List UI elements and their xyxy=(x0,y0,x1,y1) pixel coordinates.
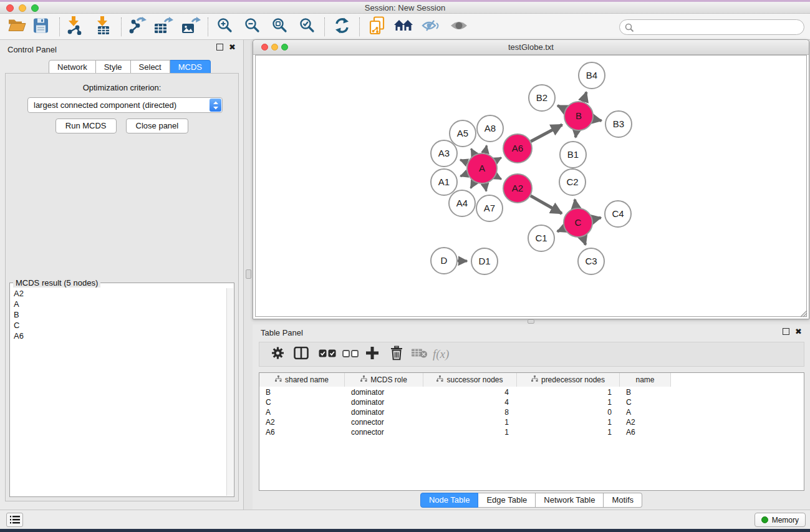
table-cell[interactable]: dominator xyxy=(345,387,423,397)
zoom-in-icon[interactable] xyxy=(217,17,233,36)
table-cell[interactable]: 4 xyxy=(423,387,517,397)
zoom-out-icon[interactable] xyxy=(244,17,261,36)
close-panel-button[interactable]: Close panel xyxy=(126,118,189,133)
graph-node-A1[interactable]: A1 xyxy=(431,169,457,195)
edge-C-C4[interactable] xyxy=(592,218,600,220)
split-divider-handle[interactable] xyxy=(246,269,251,279)
table-cell[interactable]: 1 xyxy=(423,417,517,427)
table-cell[interactable]: 4 xyxy=(423,397,517,407)
clone-network-icon[interactable] xyxy=(369,16,385,37)
criterion-dropdown[interactable]: largest connected component (directed) xyxy=(27,97,223,113)
table-row[interactable]: Bdominator41B xyxy=(259,387,804,397)
result-item[interactable]: A6 xyxy=(11,331,226,341)
table-cell[interactable]: A xyxy=(259,407,345,417)
table-row[interactable]: A6connector11A6 xyxy=(259,427,804,437)
zoom-fit-icon[interactable] xyxy=(272,17,288,36)
export-image-icon[interactable] xyxy=(181,16,201,37)
edge-A-A8[interactable] xyxy=(485,145,486,153)
graph-node-A[interactable]: A xyxy=(467,153,497,183)
result-item[interactable]: A2 xyxy=(11,288,226,299)
graph-node-D1[interactable]: D1 xyxy=(471,248,498,274)
select-all-icon[interactable] xyxy=(319,349,336,360)
table-cell[interactable]: A2 xyxy=(620,417,671,427)
table-settings-icon[interactable] xyxy=(271,346,285,363)
table-cell[interactable]: B xyxy=(620,387,671,397)
table-cell[interactable]: 1 xyxy=(517,427,620,437)
graph-node-B4[interactable]: B4 xyxy=(579,62,605,89)
edge-B-B2[interactable] xyxy=(557,105,565,109)
table-cell[interactable]: 1 xyxy=(517,397,620,407)
table-cell[interactable]: 1 xyxy=(423,427,517,437)
table-cell[interactable]: dominator xyxy=(345,407,423,417)
horizontal-split-handle[interactable] xyxy=(528,319,534,324)
import-network-icon[interactable] xyxy=(66,16,84,37)
column-header-shared-name[interactable]: shared name xyxy=(259,373,345,387)
graph-node-A2[interactable]: A2 xyxy=(503,174,532,203)
tab-node-table[interactable]: Node Table xyxy=(420,493,479,508)
network-window-titlebar[interactable]: testGlobe.txt xyxy=(253,40,809,55)
run-mcds-button[interactable]: Run MCDS xyxy=(55,118,117,133)
memory-button[interactable]: Memory xyxy=(755,513,806,527)
table-cell[interactable]: 1 xyxy=(517,387,620,397)
table-cell[interactable]: connector xyxy=(345,427,423,437)
table-row[interactable]: Cdominator41C xyxy=(259,397,804,407)
graph-node-C2[interactable]: C2 xyxy=(559,169,586,195)
graph-node-A3[interactable]: A3 xyxy=(431,140,457,167)
table-cell[interactable]: A2 xyxy=(259,417,345,427)
table-cell[interactable]: B xyxy=(259,387,345,397)
hide-graphics-icon[interactable] xyxy=(422,18,440,36)
table-cell[interactable]: A6 xyxy=(620,427,671,437)
tab-network-table[interactable]: Network Table xyxy=(536,493,604,508)
edge-A2-C[interactable] xyxy=(531,196,562,213)
import-table-icon[interactable] xyxy=(95,16,112,37)
tab-motifs[interactable]: Motifs xyxy=(604,493,642,508)
result-item[interactable]: C xyxy=(11,320,226,331)
edge-C-C3[interactable] xyxy=(583,237,586,245)
create-column-icon[interactable] xyxy=(365,346,379,362)
graph-node-C4[interactable]: C4 xyxy=(605,201,631,227)
open-session-icon[interactable] xyxy=(7,17,26,36)
edge-B-B3[interactable] xyxy=(594,119,602,121)
window-resize-grip[interactable] xyxy=(799,309,808,317)
result-item[interactable]: A xyxy=(11,299,226,309)
table-cell[interactable]: dominator xyxy=(345,397,423,407)
graph-node-A4[interactable]: A4 xyxy=(449,190,475,216)
column-header-successor-nodes[interactable]: successor nodes xyxy=(423,373,517,387)
delete-column-icon[interactable] xyxy=(390,346,403,363)
graph-node-A8[interactable]: A8 xyxy=(477,115,503,142)
refresh-icon[interactable] xyxy=(334,17,350,36)
search-input[interactable] xyxy=(636,21,798,34)
graph-node-B1[interactable]: B1 xyxy=(560,142,586,168)
tab-edge-table[interactable]: Edge Table xyxy=(478,493,536,508)
graph-node-A7[interactable]: A7 xyxy=(476,195,503,221)
graph-node-B[interactable]: B xyxy=(564,102,593,130)
save-session-icon[interactable] xyxy=(33,17,49,36)
table-row[interactable]: A2connector11A2 xyxy=(259,417,804,427)
result-item[interactable]: B xyxy=(11,309,226,320)
table-cell[interactable]: 1 xyxy=(517,417,620,427)
function-builder-icon[interactable]: f(x) xyxy=(433,347,449,361)
graph-node-C1[interactable]: C1 xyxy=(528,225,554,251)
edge-C-C1[interactable] xyxy=(557,228,564,231)
graph-node-D[interactable]: D xyxy=(431,248,457,274)
network-canvas[interactable]: AA1A2A3A4A5A6A7A8BB1B2B3B4CC1C2C3C4DD1 xyxy=(255,55,807,317)
edge-B-B4[interactable] xyxy=(583,92,586,102)
result-list-scrollbar[interactable] xyxy=(226,288,233,496)
home-layout-icon[interactable] xyxy=(393,18,414,36)
table-cell[interactable]: A6 xyxy=(259,427,345,437)
table-cell[interactable]: 8 xyxy=(423,407,517,417)
column-header-MCDS-role[interactable]: MCDS role xyxy=(345,373,423,387)
vertical-split-divider[interactable] xyxy=(244,40,253,510)
task-history-button[interactable] xyxy=(6,513,23,527)
graph-node-A5[interactable]: A5 xyxy=(450,120,476,147)
edge-A-A6[interactable] xyxy=(496,158,501,161)
export-network-icon[interactable] xyxy=(128,16,147,37)
table-row[interactable]: Adominator80A xyxy=(259,407,804,417)
show-graphics-icon[interactable] xyxy=(450,19,468,35)
search-field[interactable] xyxy=(619,19,804,35)
edge-A-A5[interactable] xyxy=(471,148,475,155)
float-panel-icon[interactable] xyxy=(216,44,223,51)
deselect-all-icon[interactable] xyxy=(342,349,359,360)
graph-node-A6[interactable]: A6 xyxy=(503,134,532,163)
table-cell[interactable]: C xyxy=(259,397,345,407)
